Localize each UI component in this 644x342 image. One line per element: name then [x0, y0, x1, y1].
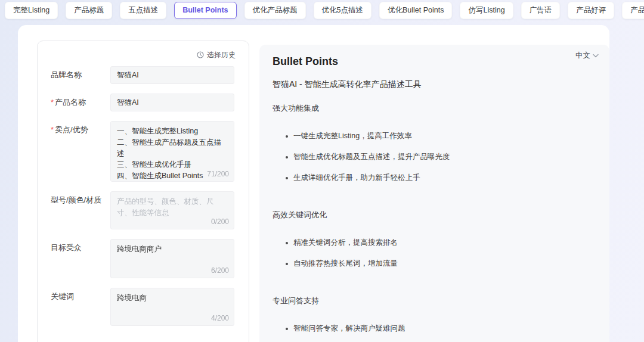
form-field-row: 关键词4/200 [51, 288, 236, 326]
tab-item-3[interactable]: Bullet Points [174, 2, 236, 19]
field-label: 关键词 [51, 288, 110, 301]
bullet-dot [286, 135, 288, 138]
bullet-item: 生成详细优化手册，助力新手轻松上手 [286, 172, 595, 184]
language-selector[interactable]: 中文 [575, 51, 599, 61]
form-field-row: 目标受众6/200 [51, 239, 236, 278]
required-asterisk: * [51, 98, 54, 107]
tab-item-9[interactable]: 产品好评 [568, 2, 614, 19]
required-asterisk: * [51, 125, 54, 134]
form-field-row: 品牌名称 [51, 66, 236, 84]
output-section: 专业问答支持智能问答专家，解决商户疑难问题24/7 在线支持，确保问题即时解决 [273, 296, 595, 342]
field-textarea[interactable] [110, 239, 234, 278]
tab-bar: 完整Listing产品标题五点描述Bullet Points优化产品标题优化5点… [5, 2, 644, 19]
history-selector[interactable]: 选择历史 [51, 49, 236, 60]
bullet-item: 自动推荐热搜长尾词，增加流量 [286, 258, 595, 269]
bullet-item: 智能生成优化标题及五点描述，提升产品曝光度 [286, 151, 595, 163]
tab-item-6[interactable]: 优化Bullet Points [379, 2, 452, 19]
bullet-dot [286, 328, 288, 330]
field-textarea[interactable] [110, 288, 234, 326]
tab-item-8[interactable]: 广告语 [521, 2, 561, 19]
form-fields: 品牌名称*产品名称*卖点/优势71/200型号/颜色/材质0/200目标受众6/… [51, 66, 236, 326]
section-heading: 专业问答支持 [273, 296, 595, 306]
bullet-dot [286, 263, 288, 265]
field-label: *产品名称 [51, 94, 110, 107]
tab-item-1[interactable]: 产品标题 [66, 2, 112, 19]
field-label: 型号/颜色/材质 [51, 191, 110, 205]
field-input[interactable] [110, 66, 234, 84]
form-field-row: *产品名称 [51, 94, 236, 111]
tab-item-10[interactable]: 产品Q&A [622, 2, 644, 19]
field-label: 品牌名称 [51, 66, 110, 80]
bullet-item: 智能问答专家，解决商户疑难问题 [286, 323, 595, 334]
tab-item-2[interactable]: 五点描述 [120, 2, 166, 19]
bullet-item: 一键生成完整Listing，提高工作效率 [286, 130, 595, 142]
tab-item-5[interactable]: 优化5点描述 [314, 2, 371, 19]
field-label: *卖点/优势 [51, 121, 110, 135]
chevron-down-icon [593, 54, 599, 58]
field-textarea[interactable] [110, 191, 234, 229]
output-panel: 中文 Bullet Points 智猫AI - 智能生成高转化率产品描述工具 强… [259, 45, 609, 342]
input-form-panel: 选择历史 品牌名称*产品名称*卖点/优势71/200型号/颜色/材质0/200目… [37, 41, 249, 342]
bullet-dot [286, 177, 288, 179]
output-section: 强大功能集成一键生成完整Listing，提高工作效率智能生成优化标题及五点描述，… [273, 103, 595, 184]
history-label: 选择历史 [207, 50, 236, 60]
bullet-item: 精准关键词分析，提高搜索排名 [286, 237, 595, 248]
output-sections: 强大功能集成一键生成完整Listing，提高工作效率智能生成优化标题及五点描述，… [273, 103, 595, 342]
tab-item-7[interactable]: 仿写Listing [460, 2, 513, 19]
field-textarea[interactable] [110, 121, 234, 182]
output-section: 高效关键词优化精准关键词分析，提高搜索排名自动推荐热搜长尾词，增加流量 [273, 210, 595, 269]
language-label: 中文 [575, 51, 590, 61]
output-title: Bullet Points [273, 55, 595, 68]
bullet-dot [286, 242, 288, 244]
clock-icon [197, 51, 204, 58]
output-subtitle: 智猫AI - 智能生成高转化率产品描述工具 [273, 79, 595, 90]
tab-item-4[interactable]: 优化产品标题 [244, 2, 306, 19]
field-input[interactable] [110, 94, 234, 111]
bullet-dot [286, 156, 288, 158]
section-heading: 强大功能集成 [273, 103, 595, 114]
section-heading: 高效关键词优化 [273, 210, 595, 220]
form-field-row: 型号/颜色/材质0/200 [51, 191, 236, 229]
tab-item-0[interactable]: 完整Listing [5, 2, 58, 19]
form-field-row: *卖点/优势71/200 [51, 121, 236, 182]
field-label: 目标受众 [51, 239, 110, 253]
main-card: 选择历史 品牌名称*产品名称*卖点/优势71/200型号/颜色/材质0/200目… [18, 25, 609, 342]
